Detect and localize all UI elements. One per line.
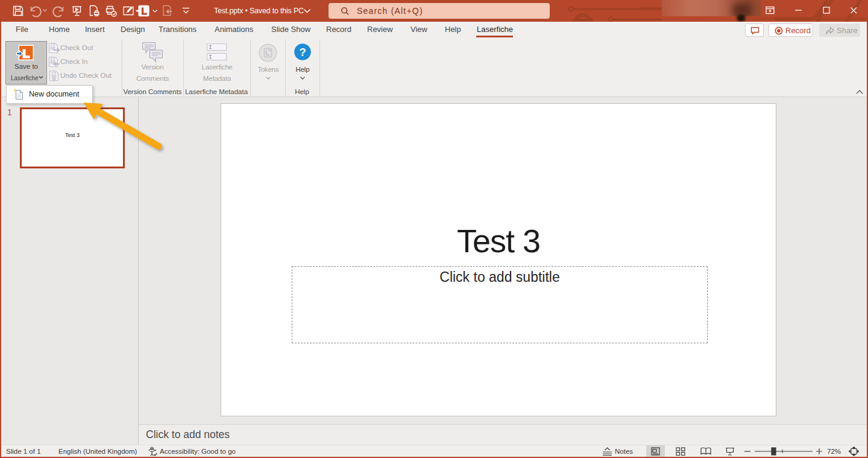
svg-text:?: ?: [299, 46, 306, 59]
